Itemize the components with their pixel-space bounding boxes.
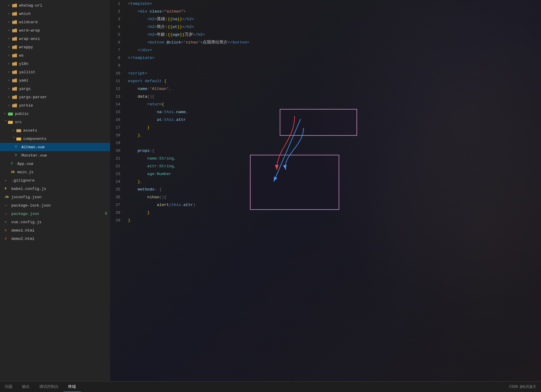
- sidebar-item-yargs-parser[interactable]: › yargs-parser: [0, 93, 110, 101]
- sidebar-item-label: package.json: [11, 212, 39, 216]
- line-number: 25: [110, 186, 125, 193]
- sidebar-item-altman-vue[interactable]: V Altman.vue: [0, 143, 110, 151]
- git-file-icon: ⬥: [5, 179, 10, 182]
- sidebar-item-label: ws: [19, 53, 24, 58]
- line-number: 20: [110, 147, 125, 155]
- sidebar-item-pkg-json[interactable]: ▪▪ package.json U: [0, 210, 110, 218]
- sidebar-item-label: demo1.html: [11, 228, 35, 233]
- folder-icon: [16, 128, 21, 132]
- tab-terminal[interactable]: 终端: [63, 382, 81, 392]
- folder-icon: [12, 62, 17, 66]
- line-content: attr:String,: [125, 163, 541, 170]
- sidebar-item-which[interactable]: › which: [0, 10, 110, 18]
- collapse-arrow: ›: [11, 128, 15, 133]
- line-number: 22: [110, 163, 125, 170]
- sidebar-item-src[interactable]: › src: [0, 118, 110, 126]
- line-number: 15: [110, 108, 125, 116]
- sidebar-item-y18n[interactable]: › y18n: [0, 60, 110, 68]
- js-file-icon: JS: [5, 195, 10, 199]
- folder-icon: [12, 87, 17, 91]
- line-content: </div>: [125, 46, 541, 54]
- sidebar-item-vue-config[interactable]: V vue.config.js: [0, 218, 110, 226]
- sidebar-item-gitignore[interactable]: ⬥ .gitignore: [0, 176, 110, 185]
- sidebar-item-yorkie[interactable]: › yorkie: [0, 101, 110, 110]
- line-content: <h2>年龄:{{age}}万岁</h2>: [125, 31, 541, 39]
- sidebar-item-babel-config[interactable]: B babel.config.js: [0, 185, 110, 193]
- vue-file-icon: V: [15, 153, 20, 157]
- sidebar-item-yaml[interactable]: › yaml: [0, 76, 110, 85]
- tab-output[interactable]: 输出: [17, 382, 35, 392]
- tab-debug-console[interactable]: 调试控制台: [35, 382, 63, 392]
- line-content: <button @click='nihao'>点我弹出简介</button>: [125, 39, 541, 46]
- sidebar-item-wrappy[interactable]: › wrappy: [0, 43, 110, 51]
- sidebar-item-public[interactable]: › public: [0, 110, 110, 118]
- bottom-panel: 问题 输出 调试控制台 终端 CSDN @哈武逢天: [0, 381, 541, 392]
- folder-icon: [16, 137, 21, 141]
- sidebar-item-label: word-wrap: [19, 28, 40, 33]
- sidebar-item-label: whatwg-url: [19, 3, 42, 8]
- editor-area: 1 <template> 2 <div class="altman"> 3 <h…: [110, 0, 541, 381]
- folder-icon: [12, 37, 17, 41]
- code-line-8: 8 </template>: [110, 54, 541, 62]
- line-number: 12: [110, 85, 125, 93]
- sidebar-item-word-wrap[interactable]: › word-wrap: [0, 26, 110, 35]
- tab-problems[interactable]: 问题: [0, 382, 17, 392]
- folder-icon: [12, 20, 17, 24]
- collapse-arrow: ›: [7, 53, 11, 58]
- vue-file-icon: V: [15, 145, 20, 149]
- line-number: 28: [110, 209, 125, 217]
- code-lines: 1 <template> 2 <div class="altman"> 3 <h…: [110, 0, 541, 224]
- babel-file-icon: B: [5, 187, 10, 190]
- sidebar-item-monster-vue[interactable]: V Monster.vue: [0, 151, 110, 160]
- line-content: <h2>简介:{{at}}</h2>: [125, 23, 541, 31]
- line-content: na:this.name,: [125, 108, 541, 116]
- sidebar-item-main-js[interactable]: JS main.js: [0, 168, 110, 176]
- collapse-arrow: ›: [11, 136, 15, 141]
- code-line-11: 11 export default {: [110, 77, 541, 85]
- line-number: 8: [110, 54, 125, 62]
- line-number: 1: [110, 0, 125, 8]
- line-number: 27: [110, 201, 125, 209]
- sidebar-item-ws[interactable]: › ws: [0, 51, 110, 60]
- sidebar-item-label: wrappy: [19, 45, 33, 49]
- sidebar-item-wrap-ansi[interactable]: › wrap-ansi: [0, 35, 110, 43]
- code-line-15: 15 na:this.name,: [110, 108, 541, 116]
- line-number: 29: [110, 217, 125, 224]
- sidebar-item-demo1[interactable]: 5 demo1.html: [0, 226, 110, 235]
- sidebar-item-label: yaml: [19, 78, 28, 83]
- collapse-arrow: ›: [7, 20, 11, 24]
- line-content: methods: {: [125, 186, 541, 193]
- line-content: },: [125, 178, 541, 186]
- sidebar-item-assets[interactable]: › assets: [0, 126, 110, 135]
- line-content: }: [125, 217, 541, 224]
- sidebar-item-app-vue[interactable]: V App.vue: [0, 160, 110, 168]
- folder-icon: [12, 103, 17, 107]
- src-folder-icon: [8, 120, 13, 124]
- sidebar-item-wildcard[interactable]: › wildcard: [0, 18, 110, 26]
- sidebar-item-yallist[interactable]: › yallist: [0, 68, 110, 76]
- sidebar-item-components[interactable]: › components: [0, 135, 110, 143]
- pkg-file-icon: ▪▪: [5, 204, 10, 207]
- folder-icon: [12, 3, 17, 7]
- collapse-arrow: ›: [7, 103, 11, 108]
- code-line-7: 7 </div>: [110, 46, 541, 54]
- code-line-19: 19: [110, 139, 541, 147]
- sidebar-item-yargs[interactable]: › yargs: [0, 85, 110, 93]
- sidebar-item-jsconfig[interactable]: JS jsconfig.json: [0, 193, 110, 201]
- code-line-12: 12 name:'Altman',: [110, 85, 541, 93]
- sidebar-item-whatwg-url[interactable]: › whatwg-url: [0, 1, 110, 10]
- sidebar-item-demo2[interactable]: 5 demo2.html: [0, 235, 110, 243]
- code-line-14: 14 return{: [110, 101, 541, 108]
- line-number: 21: [110, 155, 125, 163]
- vue-file-icon: V: [11, 162, 15, 166]
- collapse-arrow: ›: [2, 111, 7, 116]
- svg-rect-1: [8, 113, 13, 115]
- line-number: 24: [110, 178, 125, 186]
- editor-content[interactable]: 1 <template> 2 <div class="altman"> 3 <h…: [110, 0, 541, 381]
- code-line-9: 9: [110, 62, 541, 70]
- code-line-25: 25 methods: {: [110, 186, 541, 193]
- line-content: export default {: [125, 77, 541, 85]
- line-content: <div class="altman">: [125, 8, 541, 15]
- sidebar-item-pkg-lock[interactable]: ▪▪ package-lock.json: [0, 201, 110, 210]
- line-content: name:'Altman',: [125, 85, 541, 93]
